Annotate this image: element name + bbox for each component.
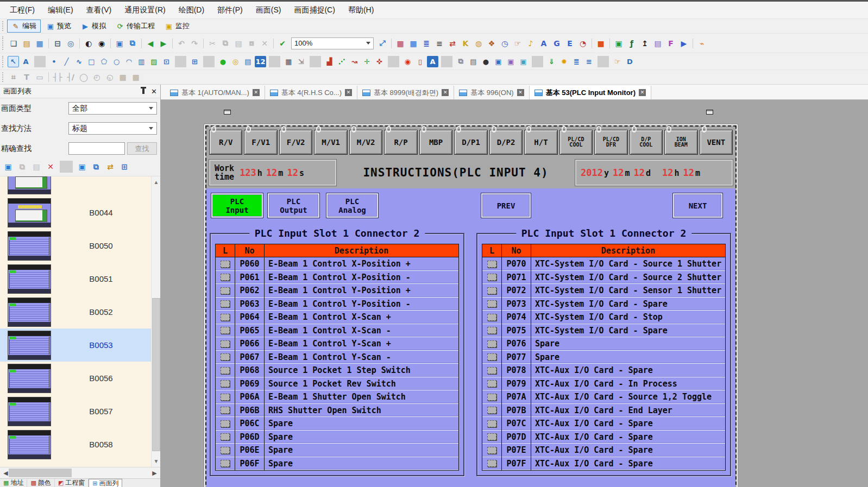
arc-tool-icon[interactable]: ◠ <box>123 56 135 67</box>
lamp-indicator[interactable] <box>221 340 230 347</box>
screen-list-item[interactable]: B0053 <box>0 328 151 362</box>
lamp-indicator[interactable] <box>221 287 230 294</box>
select-cursor-icon[interactable]: ↖ <box>8 56 19 67</box>
menu-item[interactable]: 部件(P) <box>211 2 249 18</box>
separator[interactable] <box>203 39 204 48</box>
text-table-icon[interactable]: A <box>538 37 550 49</box>
copy-screen-icon[interactable]: ⧉ <box>16 161 29 173</box>
special-part-icon[interactable]: ✹ <box>558 56 570 67</box>
process-button[interactable]: H/T <box>524 130 557 155</box>
lamp-indicator[interactable] <box>487 300 496 307</box>
lamp-indicator[interactable] <box>487 447 496 454</box>
contact-b-icon[interactable]: ┤∕ <box>65 71 77 83</box>
alarm-part-icon[interactable]: ▯ <box>414 56 426 67</box>
screen-list-item[interactable]: B0052 <box>0 295 151 328</box>
process-button[interactable]: D/P2 <box>489 130 523 155</box>
counter-icon[interactable]: ⌗ <box>8 71 20 83</box>
contact-a-icon[interactable]: ┤├ <box>52 71 64 83</box>
trend-graph-icon[interactable]: ↝ <box>349 56 360 67</box>
process-button[interactable]: F/V2 <box>279 130 312 155</box>
lamp-indicator[interactable] <box>487 340 496 347</box>
separator[interactable] <box>203 56 215 67</box>
menu-item[interactable]: 绘图(D) <box>172 2 211 18</box>
table-tool-icon[interactable]: ⊞ <box>189 56 200 67</box>
separator[interactable] <box>110 39 111 48</box>
panel-tab[interactable]: ▩ 颜色 <box>27 479 54 487</box>
lamp-indicator[interactable] <box>487 407 496 414</box>
color-settings-icon[interactable]: ■ <box>595 37 607 49</box>
coil-icon[interactable]: ◯ <box>78 71 90 83</box>
next-button[interactable]: NEXT <box>672 193 723 218</box>
prev-button[interactable]: PREV <box>481 193 531 218</box>
menu-item[interactable]: 通用设置(R) <box>118 2 172 18</box>
lamp-indicator[interactable] <box>221 420 230 427</box>
separator[interactable] <box>597 56 609 67</box>
panel-tab[interactable]: ◩ 工程窗 <box>55 479 89 487</box>
scrollbar-thumb[interactable] <box>152 298 160 451</box>
security-lock-icon[interactable]: ◍ <box>473 37 485 49</box>
search-button[interactable]: 查找 <box>127 142 157 155</box>
script-settings-icon[interactable]: ƒ <box>626 37 638 49</box>
meter-graph-icon[interactable]: ✛ <box>361 56 373 67</box>
polyline-tool-icon[interactable]: ∿ <box>73 56 85 67</box>
monitor-button[interactable]: ▣ 监控 <box>160 20 194 33</box>
separator[interactable] <box>172 39 173 48</box>
alarm-list-icon[interactable]: ≣ <box>571 56 582 67</box>
plc-analog-button[interactable]: PLC Analog <box>326 193 379 218</box>
text-tool-icon[interactable]: A <box>20 56 32 67</box>
cut-icon[interactable]: ✂ <box>206 37 218 49</box>
video-settings-icon[interactable]: ▶ <box>678 37 690 49</box>
cross-reference-icon[interactable]: ⇄ <box>446 37 458 49</box>
film-settings-icon[interactable]: ▤ <box>652 37 664 49</box>
keypad-part-icon[interactable]: ▦ <box>283 56 294 67</box>
parts-palette-icon[interactable]: ❖ <box>486 37 498 49</box>
hand-tool-icon[interactable]: ☞ <box>612 56 623 67</box>
menu-item[interactable]: 帮助(H) <box>342 2 380 18</box>
screen-call-icon[interactable]: ⊡ <box>161 56 172 67</box>
plc-output-button[interactable]: PLC Output <box>267 193 320 218</box>
lamp-indicator[interactable] <box>487 460 496 467</box>
lamp-indicator[interactable] <box>487 420 496 427</box>
lamp-indicator[interactable] <box>221 367 230 374</box>
alarm-lamp-icon[interactable]: ◉ <box>402 56 413 67</box>
convert-screen-icon[interactable]: ⇄ <box>104 161 117 173</box>
copy-screen-icon[interactable]: ⧉ <box>127 37 139 49</box>
process-button[interactable]: M/V1 <box>314 130 347 155</box>
lamp-indicator[interactable] <box>221 407 230 414</box>
datetime-box[interactable]: 2012y 12m 12d <box>575 160 733 186</box>
bar-graph-icon[interactable]: ▟ <box>324 56 335 67</box>
menu-item[interactable]: 画面(S) <box>249 2 288 18</box>
lamp-indicator[interactable] <box>487 287 496 294</box>
search-method-select[interactable]: 标题 <box>68 122 157 135</box>
lamp-indicator[interactable] <box>487 274 496 281</box>
print-preview-icon[interactable]: ◎ <box>65 37 77 49</box>
close-tab-icon[interactable]: ✕ <box>253 89 260 96</box>
paste-special-icon[interactable]: ⧈ <box>246 37 257 49</box>
toolbar-grip[interactable] <box>2 21 5 31</box>
vertical-scrollbar[interactable]: ▲ ▼ <box>151 176 160 467</box>
video-display-icon[interactable]: ▣ <box>518 56 529 67</box>
camera-part-icon[interactable]: ● <box>480 56 492 67</box>
transfer-project-button[interactable]: ⟳ 传输工程 <box>111 20 159 33</box>
separator[interactable] <box>310 56 321 67</box>
camera-capture-icon[interactable]: ◉ <box>96 37 108 49</box>
close-tab-icon[interactable]: ✕ <box>639 89 646 96</box>
process-button[interactable]: R/V <box>209 130 242 155</box>
image-tool-icon[interactable]: ▨ <box>148 56 160 67</box>
menu-item[interactable]: 编辑(E) <box>41 2 80 18</box>
preview-monitor-icon[interactable]: ▣ <box>76 161 89 173</box>
timer-up-icon[interactable]: ◵ <box>104 71 116 83</box>
screen-tree-icon[interactable]: ⊞ <box>118 161 131 173</box>
lamp-indicator[interactable] <box>221 314 230 321</box>
toolbar-grip[interactable] <box>2 56 5 67</box>
exact-search-input[interactable] <box>68 142 125 155</box>
separator[interactable] <box>79 39 80 48</box>
lamp-indicator[interactable] <box>487 394 496 401</box>
screen-tab[interactable]: 基本 4(R.H.S Co...) ✕ <box>265 86 357 99</box>
menu-item[interactable]: 查看(V) <box>80 2 118 18</box>
image-settings-icon[interactable]: ▣ <box>613 37 625 49</box>
separator[interactable] <box>175 56 186 67</box>
separator[interactable] <box>269 56 280 67</box>
separator[interactable] <box>388 56 399 67</box>
clock-parts-icon[interactable]: ◷ <box>499 37 511 49</box>
